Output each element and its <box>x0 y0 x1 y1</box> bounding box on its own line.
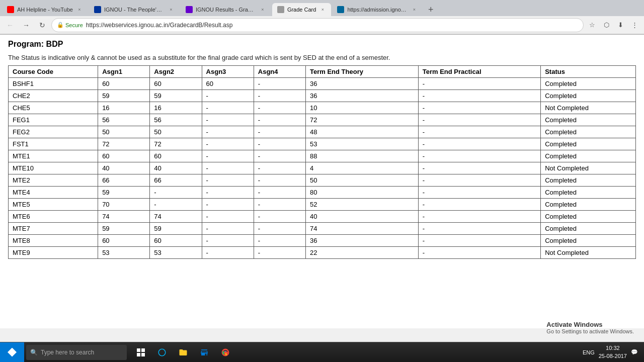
asgn2-cell: 66 <box>150 174 202 187</box>
tab-label-tab3: IGNOU Results - Grade ... <box>196 7 256 13</box>
asgn1-cell: 53 <box>98 247 150 259</box>
store-button[interactable] <box>194 342 214 363</box>
asgn4-cell: - <box>254 247 305 259</box>
status-cell: Not Completed <box>541 102 636 114</box>
course-code-cell: MTE6 <box>9 211 98 223</box>
term-end-theory-cell: 36 <box>306 235 419 247</box>
table-row: CHE51616--10-Not Completed <box>9 102 636 114</box>
status-cell: Completed <box>541 138 636 150</box>
table-header-term-end-practical: Term End Practical <box>418 66 540 78</box>
forward-button[interactable]: → <box>19 18 33 32</box>
asgn3-cell: - <box>202 187 254 199</box>
tab-tab1[interactable]: AH Helpline - YouTube× <box>2 3 88 16</box>
course-code-cell: MTE7 <box>9 223 98 235</box>
course-code-cell: MTE1 <box>9 150 98 162</box>
tab-close-tab2[interactable]: × <box>168 6 175 13</box>
asgn1-cell: 70 <box>98 199 150 211</box>
asgn2-cell: 56 <box>150 114 202 126</box>
reload-button[interactable]: ↻ <box>35 18 49 32</box>
tab-tab4[interactable]: Grade Card× <box>272 3 331 16</box>
bookmark-button[interactable]: ☆ <box>586 19 599 32</box>
tab-tab2[interactable]: IGNOU - The People's U...× <box>89 3 180 16</box>
download-button[interactable]: ⬇ <box>614 19 627 32</box>
back-button[interactable]: ← <box>3 18 17 32</box>
tab-close-tab1[interactable]: × <box>76 6 83 13</box>
browser-chrome: AH Helpline - YouTube×IGNOU - The People… <box>0 0 644 35</box>
tab-favicon-tab2 <box>94 6 101 13</box>
asgn1-cell: 60 <box>98 150 150 162</box>
table-header-asgn4: Asgn4 <box>254 66 305 78</box>
course-code-cell: FST1 <box>9 138 98 150</box>
asgn1-cell: 60 <box>98 235 150 247</box>
asgn4-cell: - <box>254 126 305 138</box>
taskbar-icons <box>131 342 235 363</box>
table-row: MTE75959--74-Completed <box>9 223 636 235</box>
file-explorer-button[interactable] <box>173 342 193 363</box>
tab-tab5[interactable]: https://admission.ignou...× <box>332 3 423 16</box>
taskbar-tray: ENG 10:32 25-08-2017 💬 <box>577 344 644 360</box>
svg-rect-2 <box>137 353 140 356</box>
table-row: BSHF1606060-36-Completed <box>9 78 636 90</box>
table-row: MTE570---52-Completed <box>9 199 636 211</box>
table-header-term-end-theory: Term End Theory <box>306 66 419 78</box>
table-header-asgn3: Asgn3 <box>202 66 254 78</box>
term-end-theory-cell: 48 <box>306 126 419 138</box>
extension-button[interactable]: ⬡ <box>600 19 613 32</box>
asgn4-cell: - <box>254 223 305 235</box>
term-end-theory-cell: 4 <box>306 162 419 174</box>
notification-button[interactable]: 💬 <box>631 349 638 355</box>
asgn3-cell: - <box>202 90 254 102</box>
edge-taskbar-button[interactable] <box>152 342 172 363</box>
table-header-asgn1: Asgn1 <box>98 66 150 78</box>
course-code-cell: MTE10 <box>9 162 98 174</box>
tab-label-tab5: https://admission.ignou... <box>347 7 408 13</box>
term-end-practical-cell: - <box>418 102 540 114</box>
course-code-cell: FEG2 <box>9 126 98 138</box>
asgn1-cell: 56 <box>98 114 150 126</box>
status-cell: Completed <box>541 187 636 199</box>
tab-close-tab3[interactable]: × <box>259 6 266 13</box>
start-button[interactable] <box>0 342 24 363</box>
table-header-course-code: Course Code <box>9 66 98 78</box>
term-end-practical-cell: - <box>418 199 540 211</box>
course-code-cell: MTE4 <box>9 187 98 199</box>
status-cell: Completed <box>541 150 636 162</box>
svg-rect-1 <box>141 348 145 352</box>
asgn3-cell: - <box>202 114 254 126</box>
table-row: CHE25959--36-Completed <box>9 90 636 102</box>
status-cell: Completed <box>541 126 636 138</box>
asgn4-cell: - <box>254 162 305 174</box>
asgn1-cell: 16 <box>98 102 150 114</box>
asgn4-cell: - <box>254 199 305 211</box>
asgn2-cell: 53 <box>150 247 202 259</box>
term-end-practical-cell: - <box>418 211 540 223</box>
address-bar[interactable]: 🔒 Secure https://webservices.ignou.ac.in… <box>51 18 584 32</box>
table-row: MTE26666--50-Completed <box>9 174 636 187</box>
asgn1-cell: 59 <box>98 90 150 102</box>
asgn4-cell: - <box>254 90 305 102</box>
asgn1-cell: 74 <box>98 211 150 223</box>
asgn1-cell: 50 <box>98 126 150 138</box>
term-end-practical-cell: - <box>418 126 540 138</box>
term-end-theory-cell: 36 <box>306 90 419 102</box>
course-code-cell: MTE2 <box>9 174 98 187</box>
asgn3-cell: - <box>202 126 254 138</box>
tab-close-tab4[interactable]: × <box>319 6 326 13</box>
disclaimer-text: The Status is indicative only & cannot b… <box>8 54 636 61</box>
asgn4-cell: - <box>254 211 305 223</box>
asgn1-cell: 60 <box>98 78 150 90</box>
tab-close-tab5[interactable]: × <box>411 6 418 13</box>
asgn3-cell: - <box>202 223 254 235</box>
asgn2-cell: - <box>150 199 202 211</box>
menu-button[interactable]: ⋮ <box>628 19 641 32</box>
tab-tab3[interactable]: IGNOU Results - Grade ...× <box>181 3 271 16</box>
task-view-button[interactable] <box>131 342 151 363</box>
new-tab-button[interactable]: + <box>424 3 438 16</box>
asgn3-cell: - <box>202 199 254 211</box>
taskbar-search[interactable]: 🔍 Type here to search <box>26 345 127 360</box>
asgn4-cell: - <box>254 150 305 162</box>
asgn3-cell: 60 <box>202 78 254 90</box>
asgn4-cell: - <box>254 187 305 199</box>
chrome-button[interactable] <box>215 342 235 363</box>
table-row: MTE67474--40-Completed <box>9 211 636 223</box>
